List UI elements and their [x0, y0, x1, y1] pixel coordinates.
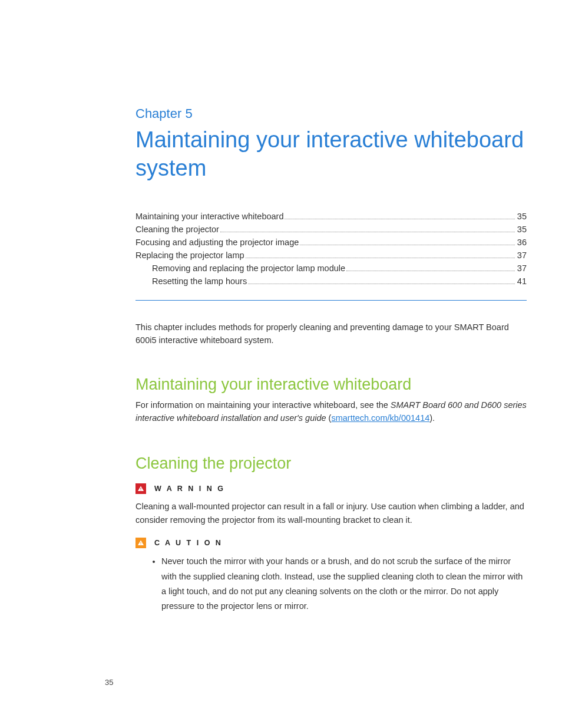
warning-body: Cleaning a wall-mounted projector can re… [135, 500, 527, 527]
svg-rect-2 [141, 542, 141, 544]
chapter-title: Maintaining your interactive whiteboard … [135, 126, 527, 182]
toc-entry[interactable]: Resetting the lamp hours 41 [135, 276, 527, 286]
toc-entry-page: 41 [517, 276, 527, 286]
warning-label: W A R N I N G [154, 485, 225, 493]
toc-leader [300, 245, 515, 245]
caution-label: C A U T I O N [154, 539, 223, 547]
section-heading: Maintaining your interactive whiteboard [135, 375, 527, 394]
document-page: Chapter 5 Maintaining your interactive w… [0, 0, 562, 614]
page-number: 35 [105, 678, 113, 687]
caution-header: C A U T I O N [135, 538, 527, 548]
toc-entry[interactable]: Cleaning the projector 35 [135, 225, 527, 234]
toc-entry-page: 36 [517, 238, 527, 247]
toc-entry[interactable]: Replacing the projector lamp 37 [135, 251, 527, 260]
caution-list: Never touch the mirror with your hands o… [135, 554, 527, 614]
chapter-label: Chapter 5 [135, 106, 527, 121]
toc-entry-page: 35 [517, 212, 527, 221]
toc-leader [248, 284, 515, 284]
warning-icon [135, 483, 146, 494]
toc-leader [220, 232, 515, 232]
toc-leader [285, 219, 514, 219]
toc-leader [346, 271, 515, 271]
toc-entry-page: 35 [517, 225, 527, 234]
warning-header: W A R N I N G [135, 483, 527, 494]
toc-entry[interactable]: Maintaining your interactive whiteboard … [135, 212, 527, 221]
toc-entry[interactable]: Removing and replacing the projector lam… [135, 263, 527, 273]
svg-rect-0 [141, 487, 141, 489]
toc-entry[interactable]: Focusing and adjusting the projector ima… [135, 238, 527, 247]
chapter-intro: This chapter includes methods for proper… [135, 321, 527, 347]
section-body: For information on maintaining your inte… [135, 398, 527, 425]
toc-entry-label: Removing and replacing the projector lam… [152, 263, 345, 273]
kb-link[interactable]: smarttech.com/kb/001414 [331, 413, 429, 423]
section-heading: Cleaning the projector [135, 454, 527, 473]
svg-rect-1 [141, 490, 141, 490]
toc-entry-label: Cleaning the projector [135, 225, 219, 234]
toc-entry-label: Focusing and adjusting the projector ima… [135, 238, 299, 247]
toc-entry-label: Maintaining your interactive whiteboard [135, 212, 283, 221]
divider [135, 300, 527, 301]
text: ). [429, 413, 435, 423]
svg-rect-3 [141, 544, 141, 545]
toc-leader [246, 258, 515, 258]
section-cleaning: Cleaning the projector W A R N I N G Cle… [135, 454, 527, 614]
table-of-contents: Maintaining your interactive whiteboard … [135, 212, 527, 286]
section-maintaining: Maintaining your interactive whiteboard … [135, 375, 527, 425]
toc-entry-label: Replacing the projector lamp [135, 251, 244, 260]
caution-list-item: Never touch the mirror with your hands o… [161, 554, 527, 614]
toc-entry-label: Resetting the lamp hours [152, 276, 247, 286]
text: For information on maintaining your inte… [135, 400, 391, 410]
toc-entry-page: 37 [517, 263, 527, 273]
toc-entry-page: 37 [517, 251, 527, 260]
caution-icon [135, 538, 146, 548]
